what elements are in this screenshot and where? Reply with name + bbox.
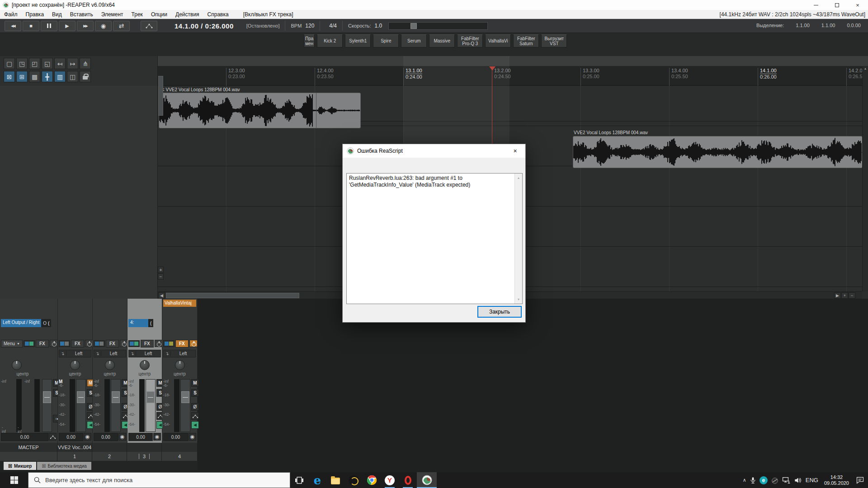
redo-icon[interactable]: ↦ (67, 58, 78, 69)
menu-file[interactable]: Файл (0, 11, 22, 18)
fx-button[interactable]: FX (106, 340, 119, 347)
pause-button[interactable] (41, 21, 57, 31)
fx-power-icon[interactable] (155, 340, 163, 347)
master-number[interactable] (0, 452, 57, 461)
track-name[interactable]: VVE2 Voc..004 (57, 443, 92, 452)
track-name[interactable] (92, 443, 127, 452)
toolbar-button-sylenth1[interactable]: Sylenth1 (345, 34, 371, 47)
menu-options[interactable]: Опции (147, 11, 171, 18)
mixer-strip-1[interactable]: FX ↴Left центр M-6--18--30--42--54- M S … (58, 299, 92, 443)
send-knob[interactable]: ( (148, 319, 153, 327)
receive-left[interactable]: ↴Left (163, 350, 196, 357)
rate-slider-thumb[interactable] (410, 23, 417, 29)
record-arm-button[interactable]: ◉ (118, 433, 126, 441)
volume-value[interactable]: 0.00 (59, 433, 83, 441)
toolbar-button-fabfilter-saturn[interactable]: FabFilterSaturn (513, 34, 539, 47)
toolbar-button-spire[interactable]: Spire (373, 34, 399, 47)
fx-power-icon[interactable] (189, 340, 198, 347)
fx-button[interactable]: FX (141, 340, 154, 347)
scroll-left-button[interactable]: ◀ (158, 292, 165, 299)
menu-insert[interactable]: Вставить (66, 11, 97, 18)
track-color-swatch[interactable] (24, 340, 35, 347)
fader-thumb[interactable] (43, 391, 51, 403)
toolbar-button-kick2[interactable]: Kick 2 (317, 34, 343, 47)
vertical-scrollbar[interactable]: ▴ (862, 66, 868, 291)
item-grouping-icon[interactable]: ▩ (29, 71, 40, 82)
hzoom-out-button[interactable]: − (849, 292, 855, 299)
menu-fx-toggle[interactable]: [Вкл/выкл FX трека] (239, 11, 297, 18)
envelope-button[interactable] (141, 21, 157, 31)
routing-matrix-icon[interactable]: ⋔ (80, 58, 91, 69)
toolbar-button-massive[interactable]: Massive (429, 34, 455, 47)
play-button[interactable]: ▶ (59, 21, 75, 31)
track-color-swatch[interactable] (94, 340, 105, 347)
maximize-button[interactable] (826, 0, 847, 10)
phase-button[interactable]: Ø (191, 403, 199, 411)
pan-value[interactable]: центр (58, 371, 92, 376)
pan-knob[interactable] (140, 360, 150, 370)
mixer-strip-master[interactable]: Left Output / Right O( Menu▼ FX центр -i… (0, 299, 57, 443)
horizontal-scroll-thumb[interactable] (166, 293, 299, 298)
scroll-up-icon[interactable]: ▴ (864, 66, 866, 70)
error-message-box[interactable]: RuslanRevReverb.lua:263: bad argument #1… (346, 173, 523, 304)
media-item-2[interactable] (573, 136, 863, 168)
fx-power-icon[interactable] (85, 340, 93, 347)
stop-button[interactable]: ■ (23, 21, 39, 31)
track-number[interactable]: 4 (162, 452, 198, 461)
tab-mixer[interactable]: ☒Микшер (4, 462, 36, 470)
mixer-strip-4[interactable]: ValhallaVintaj FX ↴Left центр -inf-6--18… (162, 299, 197, 443)
language-indicator[interactable]: ENG (806, 477, 818, 483)
fader-thumb[interactable] (77, 391, 85, 403)
master-name[interactable]: МАСТЕР (0, 443, 57, 452)
menu-view[interactable]: Вид (48, 11, 66, 18)
crossfade-icon[interactable]: ⊠ (4, 71, 15, 82)
rate-slider[interactable] (388, 22, 488, 30)
pan-knob[interactable] (70, 360, 80, 370)
volume-fader[interactable] (146, 379, 156, 432)
start-button[interactable] (0, 472, 28, 488)
fx-button[interactable]: FX (175, 340, 189, 347)
record-button[interactable]: ◉ (95, 21, 112, 31)
taskbar-app-edge[interactable]: e (308, 472, 326, 488)
volume-fader[interactable] (180, 379, 190, 432)
track-color-swatch[interactable] (128, 340, 140, 347)
tab-media-explorer[interactable]: ☒Библиотека медиа (37, 462, 91, 470)
snap-icon[interactable]: ▥ (54, 71, 66, 82)
taskbar-app-yandex[interactable]: Y (381, 472, 399, 488)
record-arm-button[interactable]: ◉ (84, 433, 91, 441)
master-volume-fader[interactable] (42, 379, 52, 432)
scroll-right-button[interactable]: ▶ (834, 292, 841, 299)
minimize-button[interactable] (806, 0, 826, 10)
undo-icon[interactable]: ↤ (54, 58, 66, 69)
solo-button[interactable]: S (191, 389, 199, 397)
track-color-swatch[interactable] (59, 340, 70, 347)
track-fx-label[interactable]: ValhallaVintaj (163, 300, 196, 307)
network-icon[interactable] (782, 477, 791, 484)
mixer-strip-3[interactable]: 4: ( FX ↴Left центр -inf-6--18--30--42--… (127, 299, 162, 443)
task-view-button[interactable] (290, 472, 308, 488)
notifications-icon[interactable] (856, 476, 864, 484)
scroll-down-icon[interactable]: ▾ (518, 296, 519, 303)
zoom-out-button[interactable]: − (158, 273, 164, 280)
time-signature[interactable]: 4/4 (329, 23, 337, 29)
pan-value[interactable]: центр (127, 371, 162, 376)
master-volume-value[interactable]: 0.00 (1, 433, 48, 441)
move-items-icon[interactable]: ╋ (42, 71, 53, 82)
pan-value[interactable]: центр (93, 371, 127, 376)
track-number-selected[interactable]: 3 (127, 452, 162, 461)
menu-actions[interactable]: Действия (171, 11, 203, 18)
fader-thumb[interactable] (146, 391, 155, 403)
selection-length[interactable]: 0.0.00 (847, 23, 861, 28)
open-project-icon[interactable]: ◳ (16, 58, 28, 69)
eset-icon[interactable]: e (760, 476, 768, 484)
record-arm-button[interactable]: ◉ (153, 433, 161, 441)
track-name[interactable] (162, 443, 198, 452)
track-name[interactable] (127, 443, 162, 452)
bpm-value[interactable]: 120 (305, 23, 314, 29)
toolbar-button-valhallavi[interactable]: ValhallaVi (485, 34, 511, 47)
mixer-strip-2[interactable]: FX ↴Left центр -inf-6--18--30--42--54- M… (93, 299, 127, 443)
track-number[interactable]: 1 (57, 452, 92, 461)
taskbar-app-file-explorer[interactable] (326, 472, 344, 488)
taskbar-app-opera[interactable] (399, 472, 417, 488)
volume-fader[interactable] (111, 379, 121, 432)
